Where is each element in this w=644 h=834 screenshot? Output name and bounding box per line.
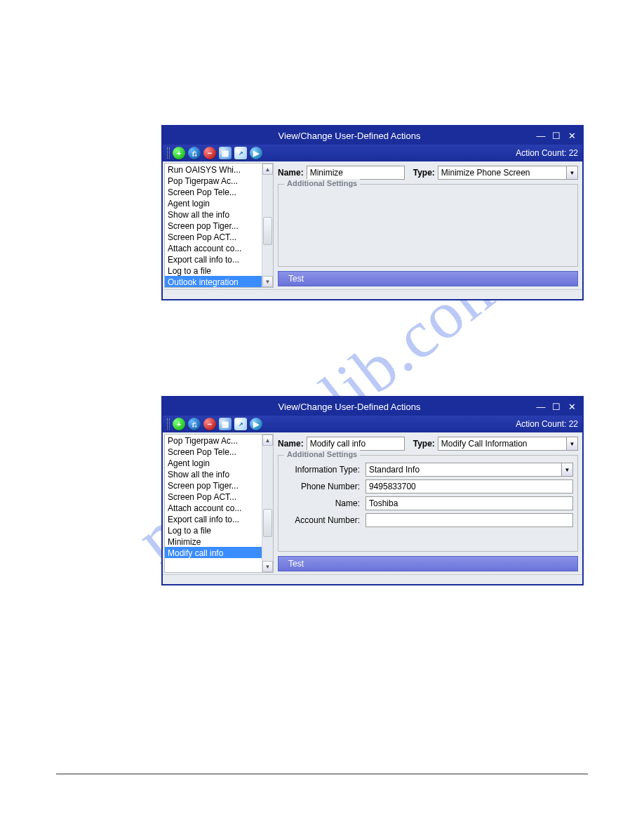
- list-item[interactable]: Log to a file: [165, 524, 262, 536]
- list-item[interactable]: Pop Tigerpaw Ac...: [165, 175, 262, 186]
- type-dropdown[interactable]: Minimize Phone Screen ▼: [438, 166, 578, 180]
- save-icon[interactable]: ▦: [219, 147, 232, 159]
- list-item[interactable]: Outlook integration: [165, 276, 262, 287]
- scroll-down-button[interactable]: ▼: [262, 561, 273, 572]
- list-item[interactable]: Agent login: [165, 457, 262, 468]
- window-actions-2: View/Change User-Defined Actions — ☐ ✕ +…: [161, 396, 584, 585]
- scroll-thumb[interactable]: [263, 217, 272, 245]
- type-dropdown[interactable]: Modify Call Information ▼: [438, 437, 578, 451]
- scrollbar[interactable]: ▲ ▼: [262, 435, 273, 572]
- test-button[interactable]: Test: [278, 556, 578, 571]
- action-listbox[interactable]: Pop Tigerpaw Ac...Screen Pop Tele...Agen…: [165, 435, 262, 572]
- toolbar: + ⎌ − ▦ ↗ ▶ Action Count: 22: [163, 416, 582, 432]
- list-item[interactable]: Modify call info: [165, 547, 262, 558]
- scroll-track[interactable]: [262, 175, 273, 276]
- export-icon[interactable]: ↗: [234, 418, 247, 430]
- document-divider: [56, 774, 588, 774]
- copy-icon[interactable]: ⎌: [188, 418, 201, 430]
- scroll-up-button[interactable]: ▲: [262, 164, 273, 175]
- maximize-button[interactable]: ☐: [550, 402, 563, 411]
- save-icon[interactable]: ▦: [219, 418, 232, 430]
- list-item[interactable]: Pop Tigerpaw Ac...: [165, 435, 262, 446]
- name-label: Name:: [278, 439, 304, 449]
- list-item[interactable]: Attach account co...: [165, 242, 262, 253]
- titlebar[interactable]: View/Change User-Defined Actions — ☐ ✕: [163, 126, 582, 145]
- scroll-thumb[interactable]: [263, 509, 272, 537]
- list-item[interactable]: Attach account co...: [165, 502, 262, 513]
- test-button[interactable]: Test: [278, 271, 578, 286]
- type-label: Type:: [413, 168, 435, 178]
- type-value: Minimize Phone Screen: [438, 168, 566, 178]
- name-type-row: Name: Type: Minimize Phone Screen ▼: [275, 163, 581, 180]
- scrollbar[interactable]: ▲ ▼: [262, 164, 273, 287]
- scroll-down-button[interactable]: ▼: [262, 276, 273, 287]
- list-item[interactable]: Screen Pop ACT...: [165, 231, 262, 242]
- list-item[interactable]: Screen pop Tiger...: [165, 220, 262, 231]
- action-listbox[interactable]: Run OAISYS Whi...Pop Tigerpaw Ac...Scree…: [165, 164, 262, 287]
- phone-label: Phone Number:: [283, 482, 360, 491]
- name-input[interactable]: [307, 437, 405, 451]
- dropdown-arrow-icon[interactable]: ▼: [561, 463, 572, 476]
- acct-input[interactable]: [365, 513, 573, 527]
- client-area: Run OAISYS Whi...Pop Tigerpaw Ac...Scree…: [163, 161, 582, 289]
- list-item[interactable]: Show all the info: [165, 208, 262, 220]
- minimize-button[interactable]: —: [535, 402, 547, 411]
- list-item[interactable]: Agent login: [165, 197, 262, 208]
- list-item[interactable]: Run OAISYS Whi...: [165, 164, 262, 175]
- add-icon[interactable]: +: [173, 418, 185, 430]
- details-pane: Name: Type: Minimize Phone Screen ▼ Addi…: [275, 163, 581, 288]
- additional-settings-group: Additional Settings: [278, 184, 578, 267]
- export-icon[interactable]: ↗: [234, 147, 247, 159]
- list-item[interactable]: Screen Pop ACT...: [165, 491, 262, 502]
- action-list-pane: Pop Tigerpaw Ac...Screen Pop Tele...Agen…: [164, 434, 274, 573]
- name-type-row: Name: Type: Modify Call Information ▼: [275, 434, 581, 451]
- list-item[interactable]: Export call info to...: [165, 253, 262, 265]
- titlebar[interactable]: View/Change User-Defined Actions — ☐ ✕: [163, 397, 582, 416]
- name2-input[interactable]: [365, 496, 573, 510]
- list-item[interactable]: Minimize: [165, 536, 262, 547]
- additional-settings-group: Additional Settings Information Type: St…: [278, 455, 578, 552]
- dropdown-arrow-icon[interactable]: ▼: [566, 166, 577, 179]
- scroll-up-button[interactable]: ▲: [262, 435, 273, 446]
- play-icon[interactable]: ▶: [250, 147, 262, 159]
- toolbar: + ⎌ − ▦ ↗ ▶ Action Count: 22: [163, 145, 582, 161]
- client-area: Pop Tigerpaw Ac...Screen Pop Tele...Agen…: [163, 432, 582, 574]
- action-count-label: Action Count: 22: [516, 419, 578, 429]
- info-type-dropdown[interactable]: Standard Info ▼: [365, 463, 573, 477]
- list-item[interactable]: Screen pop Tiger...: [165, 479, 262, 491]
- dropdown-arrow-icon[interactable]: ▼: [566, 437, 577, 450]
- window-actions-1: View/Change User-Defined Actions — ☐ ✕ +…: [161, 125, 584, 300]
- list-item[interactable]: Screen Pop Tele...: [165, 446, 262, 457]
- acct-label: Account Number:: [283, 515, 360, 525]
- delete-icon[interactable]: −: [203, 147, 216, 159]
- add-icon[interactable]: +: [173, 147, 185, 159]
- toolbar-grip[interactable]: [167, 147, 170, 159]
- maximize-button[interactable]: ☐: [550, 131, 563, 140]
- info-type-value: Standard Info: [366, 465, 561, 475]
- list-item[interactable]: Export call info to...: [165, 513, 262, 524]
- action-list-pane: Run OAISYS Whi...Pop Tigerpaw Ac...Scree…: [164, 163, 274, 288]
- footer-bar: [163, 574, 582, 584]
- details-pane: Name: Type: Modify Call Information ▼ Ad…: [275, 434, 581, 573]
- list-item[interactable]: Log to a file: [165, 265, 262, 276]
- close-button[interactable]: ✕: [565, 131, 578, 140]
- scroll-track[interactable]: [262, 446, 273, 561]
- action-count-label: Action Count: 22: [516, 148, 578, 158]
- additional-settings-legend: Additional Settings: [284, 450, 360, 458]
- name-label: Name:: [278, 168, 304, 178]
- copy-icon[interactable]: ⎌: [188, 147, 201, 159]
- type-label: Type:: [413, 439, 435, 449]
- phone-input[interactable]: [365, 479, 573, 494]
- list-item[interactable]: Screen Pop Tele...: [165, 186, 262, 197]
- info-type-label: Information Type:: [283, 465, 360, 475]
- delete-icon[interactable]: −: [203, 418, 216, 430]
- list-item[interactable]: Show all the info: [165, 468, 262, 479]
- name-input[interactable]: [307, 166, 405, 180]
- minimize-button[interactable]: —: [535, 131, 547, 140]
- additional-settings-legend: Additional Settings: [284, 179, 360, 187]
- play-icon[interactable]: ▶: [250, 418, 262, 430]
- toolbar-grip[interactable]: [167, 418, 170, 430]
- close-button[interactable]: ✕: [565, 402, 578, 411]
- footer-bar: [163, 289, 582, 299]
- type-value: Modify Call Information: [438, 439, 566, 449]
